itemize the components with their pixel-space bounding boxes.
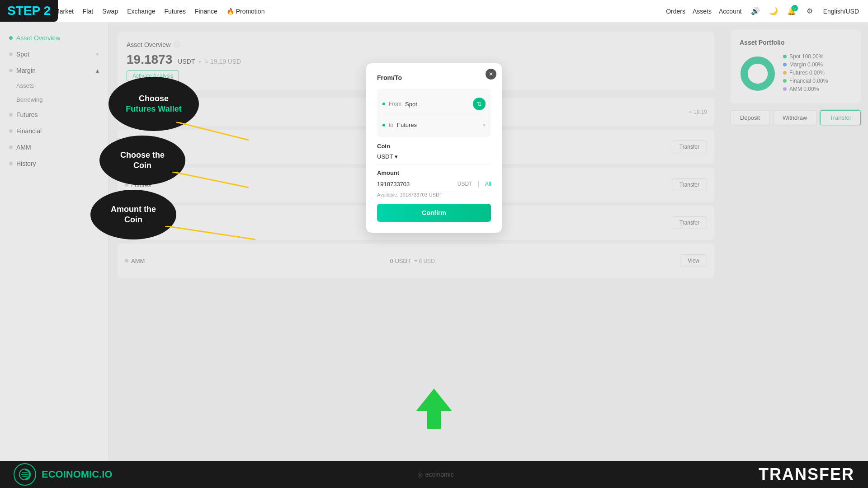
theme-icon[interactable]: 🌙 — [767, 5, 780, 18]
from-value: Spot — [405, 101, 417, 108]
bubble2-line2: Coin — [120, 160, 165, 171]
to-row: to Futures ▾ — [382, 118, 486, 132]
from-dot — [382, 103, 385, 105]
bottom-logo-icon — [14, 463, 36, 486]
divider: | — [478, 180, 480, 188]
top-navigation: CoinEx ☰ Market Flat Swap Exchange Futur… — [0, 0, 868, 23]
watermark-text: ecoinomic — [425, 471, 454, 478]
watermark-icon: ◎ — [417, 471, 423, 478]
bubble2-line1: Choose the — [120, 150, 165, 160]
bottom-transfer-label: TRANSFER — [759, 465, 854, 484]
nav-account[interactable]: Account — [719, 8, 742, 15]
nav-right-section: Orders Assets Account 🔊 🌙 🔔 5 ⚙ English/… — [666, 5, 859, 18]
bubble-3: Amount the Coin — [90, 190, 176, 239]
coin-select-row: USDT ▾ — [377, 153, 491, 165]
modal-close-btn[interactable]: ✕ — [486, 69, 496, 80]
from-row: From Spot ⇅ — [382, 94, 486, 114]
from-label: From — [389, 101, 401, 107]
from-to-section: From Spot ⇅ to Futures ▾ — [377, 89, 491, 137]
to-value: Futures — [397, 122, 417, 128]
annotation-bubble-1: Choose Futures Wallet — [108, 77, 199, 131]
nav-promotion[interactable]: 🔥 Promotion — [226, 8, 265, 15]
step-badge: STEP 2 — [0, 0, 58, 22]
nav-icon-group: 🔊 🌙 🔔 5 ⚙ — [749, 5, 816, 18]
nav-exchange[interactable]: Exchange — [127, 8, 155, 15]
nav-assets[interactable]: Assets — [693, 8, 712, 15]
annotation-bubble-2: Choose the Coin — [99, 136, 185, 185]
green-arrow — [416, 389, 452, 429]
svg-line-2 — [176, 122, 249, 140]
amount-all-btn[interactable]: All — [485, 181, 491, 187]
nav-flat[interactable]: Flat — [83, 8, 93, 15]
bottom-logo-text: ECOINOMIC.IO — [42, 469, 112, 480]
volume-icon[interactable]: 🔊 — [749, 5, 762, 18]
arrow-line-1 — [176, 122, 267, 149]
modal-title: From/To — [377, 74, 491, 81]
annotation-bubble-3: Amount the Coin — [90, 190, 176, 239]
available-text: Available: 1918733703 USDT — [377, 192, 491, 197]
language-selector[interactable]: English/USD — [823, 8, 859, 15]
settings-icon[interactable]: ⚙ — [803, 5, 816, 18]
step-label: STEP 2 — [7, 4, 51, 18]
coin-chevron-icon: ▾ — [395, 153, 398, 160]
nav-finance[interactable]: Finance — [195, 8, 217, 15]
svg-marker-5 — [416, 389, 452, 429]
svg-line-3 — [172, 172, 249, 188]
bottom-bar: ECOINOMIC.IO ◎ ecoinomic TRANSFER — [0, 461, 868, 488]
notification-badge: 5 — [792, 5, 798, 11]
ecoinomic-logo-svg — [19, 468, 31, 481]
amount-section-title: Amount — [377, 169, 491, 176]
coin-section-title: Coin — [377, 143, 491, 150]
transfer-modal: ✕ From/To From Spot ⇅ to Futures ▾ Coin … — [366, 63, 502, 233]
confirm-btn[interactable]: Confirm — [377, 204, 491, 222]
amount-unit: USDT — [458, 181, 472, 187]
amount-input[interactable] — [377, 181, 454, 188]
notification-icon[interactable]: 🔔 5 — [785, 5, 798, 18]
to-chevron-icon[interactable]: ▾ — [483, 122, 486, 128]
bottom-logo-section: ECOINOMIC.IO — [14, 463, 112, 486]
coin-selector[interactable]: USDT ▾ — [377, 153, 398, 160]
arrow-line-3 — [165, 226, 278, 253]
nav-swap[interactable]: Swap — [102, 8, 118, 15]
amount-row: USDT | All — [377, 180, 491, 192]
svg-line-4 — [165, 226, 255, 239]
arrow-line-2 — [172, 172, 271, 199]
bubble1-line1: Choose — [126, 94, 181, 104]
coin-value: USDT — [377, 153, 393, 160]
bottom-watermark: ◎ ecoinomic — [417, 471, 454, 478]
swap-icon[interactable]: ⇅ — [473, 98, 486, 110]
nav-orders[interactable]: Orders — [666, 8, 685, 15]
bubble3-line1: Amount the — [111, 204, 156, 215]
green-arrow-svg — [416, 389, 452, 429]
nav-futures[interactable]: Futures — [164, 8, 185, 15]
to-dot — [382, 124, 385, 127]
to-label: to — [389, 122, 393, 128]
bubble1-line2: Futures Wallet — [126, 104, 181, 114]
bubble3-line2: Coin — [111, 215, 156, 225]
